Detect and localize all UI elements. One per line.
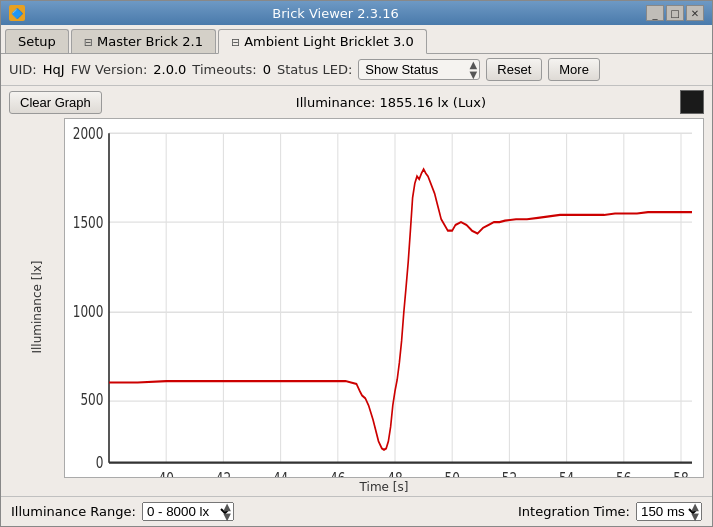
tab-master-label: Master Brick 2.1	[97, 34, 203, 49]
tab-ambient-label: Ambient Light Bricklet 3.0	[244, 34, 414, 49]
chart-svg: 0 500 1000 1500 2000 40 42 44 46 48 50 5…	[65, 119, 703, 477]
minimize-button[interactable]: _	[646, 5, 664, 21]
y-axis-label-container: Illuminance [lx]	[9, 118, 64, 496]
svg-text:1500: 1500	[73, 213, 104, 231]
timeouts-label: Timeouts:	[192, 62, 256, 77]
integration-select-wrap: 50 ms 100 ms 150 ms 200 ms 250 ms 300 ms…	[636, 502, 702, 521]
bottom-left: Illuminance Range: 0 - 8000 lx 0 - 64000…	[11, 502, 234, 521]
svg-text:54: 54	[559, 470, 574, 477]
range-select-wrap: 0 - 8000 lx 0 - 64000 lx ▲▼	[142, 502, 234, 521]
fw-value: 2.0.0	[153, 62, 186, 77]
chart-with-yaxis: Illuminance [lx]	[9, 118, 704, 496]
close-button[interactable]: ✕	[686, 5, 704, 21]
svg-text:40: 40	[159, 470, 174, 477]
fw-label: FW Version:	[71, 62, 148, 77]
tab-setup[interactable]: Setup	[5, 29, 69, 53]
graph-header: Clear Graph Illuminance: 1855.16 lx (Lux…	[1, 86, 712, 118]
x-axis-label: Time [s]	[64, 478, 704, 496]
status-led-label: Status LED:	[277, 62, 352, 77]
status-led-select-wrap: Show Status Show Heartbeat Off ▲▼	[358, 59, 480, 80]
bottom-bar: Illuminance Range: 0 - 8000 lx 0 - 64000…	[1, 496, 712, 526]
toolbar: UID: HqJ FW Version: 2.0.0 Timeouts: 0 S…	[1, 54, 712, 86]
svg-text:1000: 1000	[73, 302, 104, 320]
chart-and-xaxis: 0 500 1000 1500 2000 40 42 44 46 48 50 5…	[64, 118, 704, 496]
integration-label: Integration Time:	[518, 504, 630, 519]
svg-text:0: 0	[96, 454, 104, 472]
svg-text:500: 500	[80, 391, 103, 409]
tab-ambient-icon: ⊟	[231, 36, 240, 49]
status-led-select[interactable]: Show Status Show Heartbeat Off	[358, 59, 480, 80]
illuminance-value-label: Illuminance: 1855.16 lx (Lux)	[110, 95, 672, 110]
clear-graph-button[interactable]: Clear Graph	[9, 91, 102, 114]
svg-text:44: 44	[273, 470, 288, 477]
svg-text:42: 42	[216, 470, 231, 477]
title-bar: 🔷 Brick Viewer 2.3.16 _ □ ✕	[1, 1, 712, 25]
tab-setup-label: Setup	[18, 34, 56, 49]
window-controls: _ □ ✕	[646, 5, 704, 21]
tab-master-icon: ⊟	[84, 36, 93, 49]
range-select[interactable]: 0 - 8000 lx 0 - 64000 lx	[142, 502, 234, 521]
timeouts-value: 0	[263, 62, 271, 77]
uid-value: HqJ	[43, 62, 65, 77]
bottom-right: Integration Time: 50 ms 100 ms 150 ms 20…	[518, 502, 702, 521]
main-window: 🔷 Brick Viewer 2.3.16 _ □ ✕ Setup ⊟Maste…	[0, 0, 713, 527]
svg-text:52: 52	[502, 470, 517, 477]
window-title: Brick Viewer 2.3.16	[25, 6, 646, 21]
uid-label: UID:	[9, 62, 37, 77]
chart-container: 0 500 1000 1500 2000 40 42 44 46 48 50 5…	[64, 118, 704, 478]
tab-master[interactable]: ⊟Master Brick 2.1	[71, 29, 216, 53]
svg-text:2000: 2000	[73, 124, 104, 142]
svg-text:50: 50	[445, 470, 460, 477]
svg-text:46: 46	[330, 470, 345, 477]
chart-area: Illuminance [lx]	[1, 118, 712, 496]
tab-bar: Setup ⊟Master Brick 2.1 ⊟Ambient Light B…	[1, 25, 712, 54]
range-label: Illuminance Range:	[11, 504, 136, 519]
app-icon: 🔷	[9, 5, 25, 21]
tab-ambient[interactable]: ⊟Ambient Light Bricklet 3.0	[218, 29, 427, 54]
reset-button[interactable]: Reset	[486, 58, 542, 81]
color-swatch[interactable]	[680, 90, 704, 114]
svg-text:56: 56	[616, 470, 631, 477]
svg-text:48: 48	[387, 470, 402, 477]
more-button[interactable]: More	[548, 58, 600, 81]
maximize-button[interactable]: □	[666, 5, 684, 21]
y-axis-label: Illuminance [lx]	[30, 261, 44, 354]
svg-text:58: 58	[673, 470, 688, 477]
integration-select[interactable]: 50 ms 100 ms 150 ms 200 ms 250 ms 300 ms…	[636, 502, 702, 521]
